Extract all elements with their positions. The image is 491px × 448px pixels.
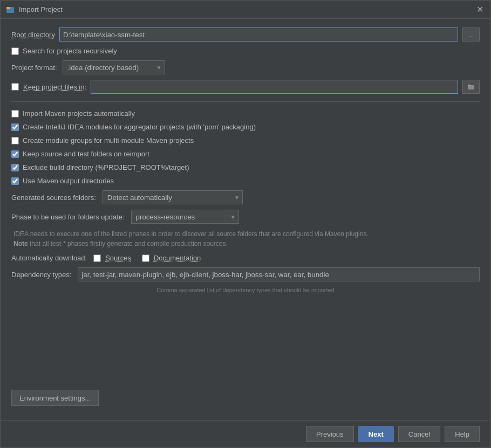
spacer bbox=[11, 299, 480, 384]
divider-1 bbox=[11, 101, 480, 102]
keep-source-checkbox[interactable] bbox=[11, 150, 19, 158]
sources-label: Sources bbox=[105, 254, 131, 262]
dependency-types-row: Dependency types: bbox=[11, 267, 480, 281]
project-format-select[interactable]: .idea (directory based) Eclipse (.classp… bbox=[63, 60, 165, 74]
create-module-groups-checkbox[interactable] bbox=[11, 137, 19, 144]
env-settings-button[interactable]: Environment settings... bbox=[11, 390, 99, 406]
exclude-build-label: Exclude build directory (%PROJECT_ROOT%/… bbox=[23, 163, 189, 171]
sources-checkbox[interactable] bbox=[93, 254, 101, 262]
browse-button[interactable]: ... bbox=[462, 27, 480, 42]
keep-source-row: Keep source and test folders on reimport bbox=[11, 150, 480, 158]
create-intellij-checkbox[interactable] bbox=[11, 123, 19, 131]
dependency-hint: Comma separated list of dependency types… bbox=[11, 287, 480, 293]
documentation-checkbox[interactable] bbox=[142, 254, 149, 262]
root-directory-label: Root directory bbox=[11, 31, 55, 39]
svg-rect-3 bbox=[468, 85, 470, 86]
documentation-label: Documentation bbox=[154, 254, 201, 262]
dependency-types-label: Dependency types: bbox=[11, 271, 71, 279]
import-maven-row: Import Maven projects automatically bbox=[11, 109, 480, 118]
generated-sources-row: Generated sources folders: Detect automa… bbox=[11, 190, 480, 204]
project-format-select-wrapper: .idea (directory based) Eclipse (.classp… bbox=[63, 60, 165, 74]
generated-sources-select[interactable]: Detect automatically Don't detect Genera… bbox=[103, 190, 243, 204]
project-format-label: Project format: bbox=[11, 64, 57, 72]
exclude-build-checkbox[interactable] bbox=[11, 164, 19, 171]
phase-info-line1: IDEA needs to execute one of the listed … bbox=[13, 230, 369, 238]
phase-info-line2: that all test-* phases firstly generate … bbox=[28, 240, 228, 247]
help-button[interactable]: Help bbox=[445, 426, 480, 442]
phase-info: IDEA needs to execute one of the listed … bbox=[13, 229, 480, 249]
project-format-row: Project format: .idea (directory based) … bbox=[11, 60, 480, 74]
create-module-groups-row: Create module groups for multi-module Ma… bbox=[11, 136, 480, 144]
phase-select-wrapper: process-resources generate-sources proce… bbox=[131, 210, 239, 224]
cancel-button[interactable]: Cancel bbox=[398, 426, 440, 442]
create-intellij-label: Create IntelliJ IDEA modules for aggrega… bbox=[23, 123, 256, 131]
close-button[interactable]: ✕ bbox=[474, 4, 485, 15]
create-intellij-row: Create IntelliJ IDEA modules for aggrega… bbox=[11, 123, 480, 131]
svg-rect-1 bbox=[6, 7, 10, 9]
auto-download-row: Automatically download: Sources Document… bbox=[11, 254, 480, 262]
dialog-title: Import Project bbox=[19, 5, 63, 13]
env-settings-row: Environment settings... bbox=[11, 390, 480, 411]
keep-source-label: Keep source and test folders on reimport bbox=[23, 150, 149, 158]
use-maven-output-label: Use Maven output directories bbox=[23, 177, 114, 185]
use-maven-output-row: Use Maven output directories bbox=[11, 177, 480, 185]
import-maven-label: Import Maven projects automatically bbox=[23, 109, 135, 118]
title-bar-left: Import Project bbox=[6, 5, 63, 14]
phase-row: Phase to be used for folders update: pro… bbox=[11, 210, 480, 224]
import-maven-checkbox[interactable] bbox=[11, 110, 19, 118]
create-module-groups-label: Create module groups for multi-module Ma… bbox=[23, 136, 194, 144]
search-recursively-label: Search for projects recursively bbox=[23, 47, 117, 55]
use-maven-output-checkbox[interactable] bbox=[11, 177, 19, 185]
phase-label: Phase to be used for folders update: bbox=[11, 213, 125, 221]
keep-files-row: Keep project files in: bbox=[11, 80, 480, 94]
generated-sources-label: Generated sources folders: bbox=[11, 194, 96, 202]
phase-info-note: Note bbox=[13, 240, 28, 247]
svg-rect-2 bbox=[468, 85, 474, 89]
folder-icon bbox=[467, 83, 475, 91]
dependency-types-input[interactable] bbox=[78, 267, 480, 281]
keep-files-checkbox[interactable] bbox=[11, 83, 19, 91]
button-row: Previous Next Cancel Help bbox=[1, 420, 490, 447]
previous-button[interactable]: Previous bbox=[306, 426, 354, 442]
root-directory-row: Root directory ... bbox=[11, 27, 480, 42]
dialog-content: Root directory ... Search for projects r… bbox=[1, 19, 490, 420]
search-recursively-checkbox[interactable] bbox=[11, 47, 19, 55]
keep-files-browse-button[interactable] bbox=[462, 80, 480, 94]
exclude-build-row: Exclude build directory (%PROJECT_ROOT%/… bbox=[11, 163, 480, 171]
phase-select[interactable]: process-resources generate-sources proce… bbox=[131, 210, 239, 224]
auto-download-label: Automatically download: bbox=[11, 254, 87, 262]
generated-sources-select-wrapper: Detect automatically Don't detect Genera… bbox=[103, 190, 243, 204]
root-directory-input[interactable] bbox=[59, 27, 458, 42]
next-button[interactable]: Next bbox=[358, 426, 394, 442]
project-icon bbox=[6, 5, 15, 14]
keep-files-input[interactable] bbox=[91, 80, 458, 94]
title-bar: Import Project ✕ bbox=[1, 1, 490, 19]
keep-files-label: Keep project files in: bbox=[23, 83, 86, 91]
import-project-dialog: Import Project ✕ Root directory ... Sear… bbox=[0, 0, 491, 448]
search-recursively-row: Search for projects recursively bbox=[11, 47, 480, 55]
